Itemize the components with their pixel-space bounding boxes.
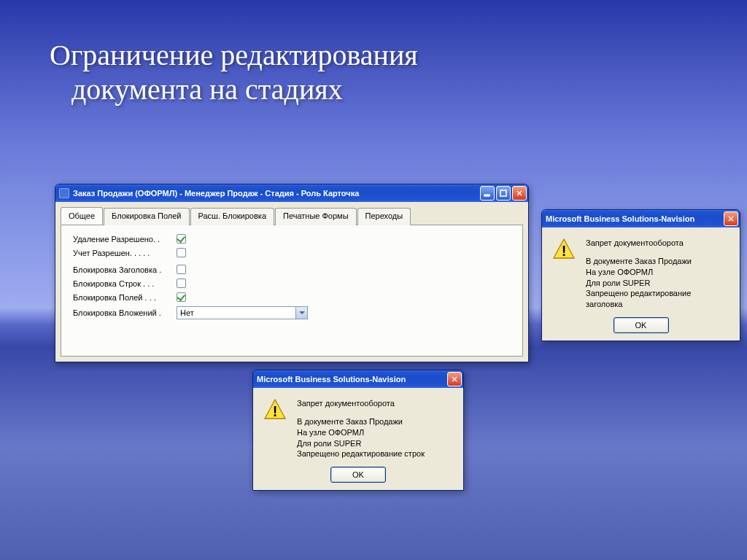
dialog2-close-button[interactable] [447,372,462,386]
dialog2-titlebar[interactable]: Microsoft Business Solutions-Navision [253,370,463,388]
checkbox-delete-allowed[interactable] [177,234,186,244]
minimize-button[interactable] [480,186,495,201]
tab-field-lock[interactable]: Блокировка Полей [104,208,189,225]
warning-icon: ! [552,238,576,261]
tab-ext-lock[interactable]: Расш. Блокировка [190,208,275,225]
label-delete-allowed: Удаление Разрешено. . [73,235,177,244]
dialog1-title: Microsoft Business Solutions-Navision [546,214,724,223]
tab-general[interactable]: Общее [61,207,103,225]
label-block-header: Блокировка Заголовка . [73,265,177,274]
label-block-lines: Блокировка Строк . . . [73,279,177,288]
dialog1-ok-button[interactable]: OK [614,317,669,333]
svg-text:!: ! [273,403,278,419]
close-button[interactable] [512,186,527,201]
warning-icon: ! [263,398,287,421]
slide-title: Ограничение редактирования документа на … [50,38,418,106]
dropdown-value: Нет [180,308,194,317]
checkbox-post-allowed[interactable] [177,248,186,257]
svg-text:!: ! [562,243,567,259]
window-title: Заказ Продажи (ОФОРМЛ) - Менеджер Продаж… [73,189,480,198]
checkbox-block-header[interactable] [177,265,186,274]
label-block-fields: Блокировка Полей . . . [73,293,177,302]
svg-rect-0 [484,195,489,196]
dialog2-ok-button[interactable]: OK [330,467,386,483]
maximize-button[interactable] [496,186,511,201]
checkbox-block-lines[interactable] [177,279,186,288]
warning-dialog-header: Microsoft Business Solutions-Navision ! … [541,209,740,341]
titlebar[interactable]: Заказ Продажи (ОФОРМЛ) - Менеджер Продаж… [55,184,528,202]
dialog2-text: Запрет документооборота В документе Зака… [297,398,425,459]
settings-window: Заказ Продажи (ОФОРМЛ) - Менеджер Продаж… [55,184,529,362]
tab-transitions[interactable]: Переходы [357,208,411,225]
tab-panel-general: Удаление Разрешено. . Учет Разрешен. . .… [61,225,523,357]
form-icon [59,188,69,198]
dialog1-text: Запрет документооборота В документе Зака… [586,238,729,310]
checkbox-block-fields[interactable] [177,292,186,302]
label-post-allowed: Учет Разрешен. . . . . [73,249,177,257]
svg-rect-1 [500,190,506,196]
tab-print-forms[interactable]: Печатные Формы [275,208,357,225]
dialog2-title: Microsoft Business Solutions-Navision [257,375,447,384]
dropdown-block-attach[interactable]: Нет [177,306,308,319]
warning-dialog-lines: Microsoft Business Solutions-Navision ! … [252,370,464,491]
dialog1-close-button[interactable] [724,211,738,226]
dialog1-titlebar[interactable]: Microsoft Business Solutions-Navision [542,210,740,228]
tabstrip: Общее Блокировка Полей Расш. Блокировка … [61,207,523,225]
chevron-down-icon [295,307,307,319]
label-block-attach: Блокировка Вложений . [73,308,177,317]
